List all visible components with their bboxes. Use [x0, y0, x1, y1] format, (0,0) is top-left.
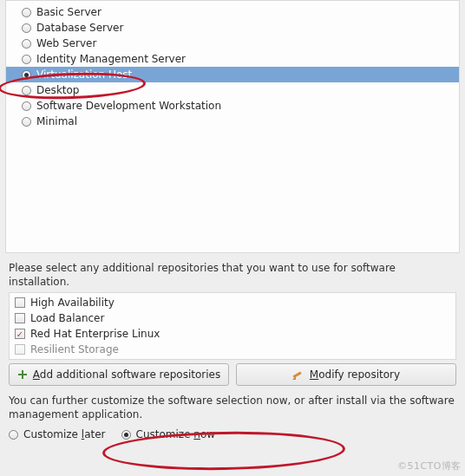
repositories-intro: Please select any additional repositorie…	[0, 253, 465, 292]
option-desktop[interactable]: Desktop	[6, 82, 459, 98]
option-web-server[interactable]: Web Server	[6, 36, 459, 51]
repo-load-balancer[interactable]: Load Balancer	[10, 310, 455, 326]
repo-resilient-storage[interactable]: Resilient Storage	[10, 342, 455, 357]
opt-label: Customize now	[136, 428, 216, 440]
checkbox-icon	[15, 297, 25, 308]
option-basic-server[interactable]: Basic Server	[6, 4, 459, 20]
radio-icon	[9, 430, 18, 440]
checkbox-icon	[15, 329, 25, 339]
repo-label: Load Balancer	[30, 312, 104, 324]
repo-label: High Availability	[30, 297, 115, 309]
option-label: Virtualization Host	[36, 68, 132, 81]
customize-options: Customize later Customize now	[0, 425, 465, 449]
option-label: Web Server	[36, 37, 96, 49]
option-software-development-workstation[interactable]: Software Development Workstation	[6, 98, 459, 114]
option-label: Database Server	[36, 22, 123, 34]
radio-icon	[22, 39, 31, 49]
add-repository-button[interactable]: Add additional software repositories	[9, 363, 229, 386]
checkbox-icon	[15, 313, 25, 323]
option-database-server[interactable]: Database Server	[6, 20, 459, 36]
repositories-list: High Availability Load Balancer Red Hat …	[9, 292, 456, 360]
watermark: ©51CTO博客	[397, 460, 462, 473]
option-label: Identity Management Server	[36, 53, 186, 65]
plus-icon	[17, 369, 28, 380]
radio-icon	[22, 101, 31, 111]
radio-icon	[22, 23, 31, 33]
option-virtualization-host[interactable]: Virtualization Host	[6, 67, 459, 82]
btn-label: Add additional software repositories	[33, 368, 220, 381]
radio-icon	[121, 430, 131, 440]
repo-label: Resilient Storage	[30, 343, 119, 355]
radio-icon	[22, 55, 31, 64]
radio-icon	[22, 117, 31, 127]
repo-label: Red Hat Enterprise Linux	[30, 328, 160, 340]
radio-icon	[22, 86, 31, 95]
repo-rhel[interactable]: Red Hat Enterprise Linux	[10, 326, 455, 342]
customize-now-option[interactable]: Customize now	[121, 428, 216, 440]
base-environment-list: Basic Server Database Server Web Server …	[6, 1, 459, 252]
pencil-icon	[292, 369, 305, 380]
opt-label: Customize later	[23, 428, 106, 440]
customize-intro: You can further customize the software s…	[0, 386, 465, 425]
option-label: Software Development Workstation	[36, 100, 221, 112]
repo-button-row: Add additional software repositories Mod…	[9, 363, 456, 386]
option-label: Desktop	[36, 84, 80, 96]
radio-icon	[22, 70, 31, 80]
option-minimal[interactable]: Minimal	[6, 114, 459, 129]
btn-label: Modify repository	[310, 368, 400, 381]
customize-later-option[interactable]: Customize later	[9, 428, 106, 440]
option-identity-management-server[interactable]: Identity Management Server	[6, 51, 459, 67]
option-label: Basic Server	[36, 6, 102, 18]
repo-high-availability[interactable]: High Availability	[10, 295, 455, 310]
checkbox-icon	[15, 344, 25, 355]
radio-icon	[22, 8, 31, 17]
base-environment-panel: Basic Server Database Server Web Server …	[5, 0, 460, 253]
list-spacer	[6, 129, 459, 249]
option-label: Minimal	[36, 115, 77, 127]
modify-repository-button[interactable]: Modify repository	[236, 363, 456, 386]
